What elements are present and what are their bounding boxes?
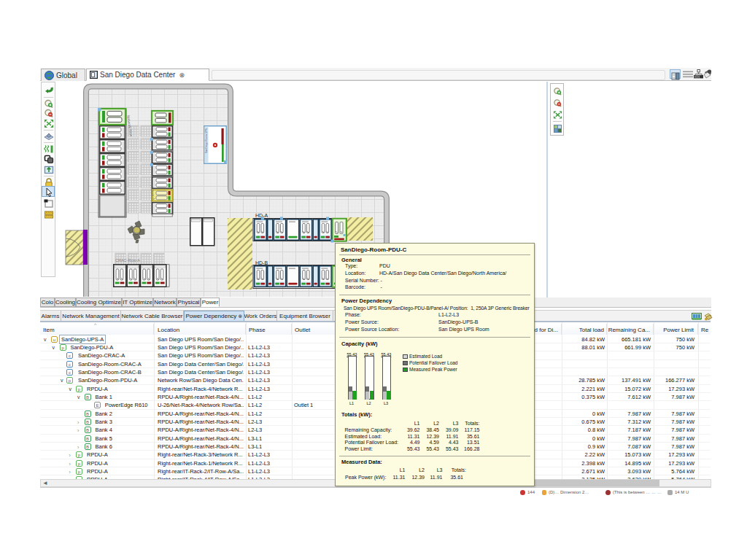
svg-text:CRAC-Row-A: CRAC-Row-A (115, 258, 140, 262)
svg-text:SanDiego Room UPS: SanDiego Room UPS (205, 128, 208, 153)
svg-text:HD-B: HD-B (255, 260, 268, 265)
